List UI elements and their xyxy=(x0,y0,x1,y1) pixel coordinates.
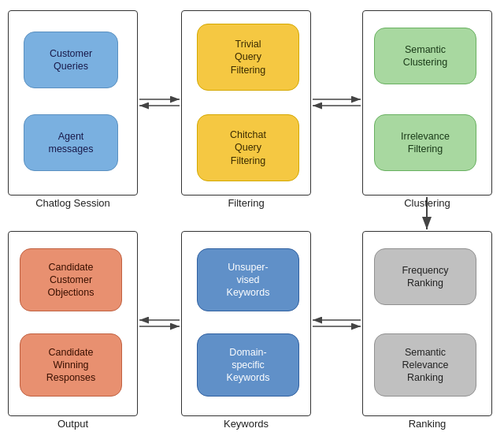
domain-specific: Domain- specific Keywords xyxy=(197,333,299,397)
frequency-ranking: Frequency Ranking xyxy=(374,248,476,305)
chitchat-filter: Chitchat Query Filtering xyxy=(197,114,299,181)
candidate-objections: Candidate Customer Objections xyxy=(20,248,122,311)
unsupervised: Unsuper- vised Keywords xyxy=(197,248,299,311)
irrelevance-filtering: Irrelevance Filtering xyxy=(374,114,476,171)
section-label-filtering: Filtering xyxy=(228,197,264,209)
section-label-clustering: Clustering xyxy=(404,197,450,209)
section-label-ranking: Ranking xyxy=(409,418,447,430)
customer-queries: Customer Queries xyxy=(24,32,118,88)
semantic-relevance: Semantic Relevance Ranking xyxy=(374,333,476,397)
candidate-responses: Candidate Winning Responses xyxy=(20,333,122,397)
section-label-chatlog: Chatlog Session xyxy=(35,197,110,209)
semantic-clustering: Semantic Clustering xyxy=(374,28,476,84)
agent-messages: Agent messages xyxy=(24,114,118,171)
trivial-filter: Trivial Query Filtering xyxy=(197,24,299,91)
section-label-output: Output xyxy=(57,418,88,430)
diagram: Chatlog SessionFilteringClusteringOutput… xyxy=(4,4,500,428)
section-label-keywords: Keywords xyxy=(224,418,269,430)
